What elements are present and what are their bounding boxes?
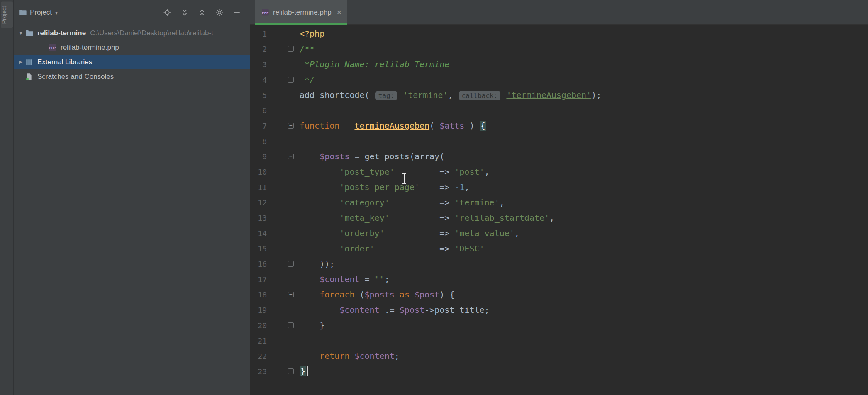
code-editor[interactable]: 1<?php2−/**3 *Plugin Name: relilab Termi… [250,25,868,395]
fold-end-icon[interactable] [288,261,294,267]
fold-start-icon[interactable]: − [288,154,294,159]
gutter[interactable]: 23 [250,364,296,379]
code-line-19[interactable]: 19 $content .= $post->post_title; [250,302,868,318]
tree-item-label: External Libraries [37,58,92,66]
gutter[interactable]: 2− [250,41,296,57]
code-line-2[interactable]: 2−/** [250,41,868,57]
gutter[interactable]: 18− [250,287,296,302]
line-number: 3 [262,57,267,72]
project-panel-icon [19,9,27,16]
fold-end-icon[interactable] [288,77,294,83]
code-line-14[interactable]: 14 'orderby' => 'meta_value', [250,226,868,241]
locate-icon[interactable] [163,9,171,16]
code-line-20[interactable]: 20 } [250,318,868,333]
close-tab-icon[interactable]: × [337,8,341,16]
panel-header-icons [163,9,241,16]
code-text: add_shortcode( tag: 'termine', callback:… [296,88,601,103]
project-panel-header: Project ▾ [14,0,250,25]
code-line-1[interactable]: 1<?php [250,26,868,41]
gutter[interactable]: 22 [250,349,296,364]
fold-start-icon[interactable]: − [288,123,294,129]
code-line-23[interactable]: 23} [250,364,868,379]
gutter[interactable]: 15 [250,241,296,256]
gutter[interactable]: 4 [250,72,296,88]
code-line-22[interactable]: 22 return $content; [250,349,868,364]
editor-tab-bar: PHPrelilab-termine.php× [250,0,868,25]
gutter[interactable]: 3 [250,57,296,72]
code-text: } [296,364,308,379]
code-line-11[interactable]: 11 'posts_per_page' => -1, [250,180,868,195]
gutter[interactable]: 7− [250,118,296,134]
line-number: 10 [258,164,267,180]
gutter[interactable]: 16 [250,256,296,272]
code-text: 'orderby' => 'meta_value', [296,226,519,241]
libraries-icon [25,58,34,66]
code-line-6[interactable]: 6 [250,103,868,118]
tree-item-scratches-and-consoles[interactable]: Scratches and Consoles [14,69,250,84]
code-line-15[interactable]: 15 'order' => 'DESC' [250,241,868,256]
gutter[interactable]: 19 [250,302,296,318]
code-line-9[interactable]: 9− $posts = get_posts(array( [250,149,868,164]
text-caret [307,366,308,376]
gutter[interactable]: 9− [250,149,296,164]
code-text: 'posts_per_page' => -1, [296,180,469,195]
code-line-5[interactable]: 5add_shortcode( tag: 'termine', callback… [250,88,868,103]
tree-item-relilab-termine[interactable]: ▼relilab-termineC:\Users\Daniel\Desktop\… [14,26,250,40]
line-number: 1 [262,26,267,41]
gutter[interactable]: 11 [250,180,296,195]
tab-relilab-termine-php[interactable]: PHPrelilab-termine.php× [255,0,347,24]
code-line-21[interactable]: 21 [250,333,868,349]
editor-area: PHPrelilab-termine.php× 1<?php2−/**3 *Pl… [250,0,868,395]
line-number: 5 [262,88,267,103]
gutter[interactable]: 20 [250,318,296,333]
code-line-17[interactable]: 17 $content = ""; [250,272,868,287]
gutter[interactable]: 10 [250,164,296,180]
tree-expand-arrow-icon[interactable]: ▼ [16,31,25,36]
gutter[interactable]: 14 [250,226,296,241]
project-panel-title[interactable]: Project [30,8,52,17]
fold-end-icon[interactable] [288,368,294,374]
code-line-4[interactable]: 4 */ [250,72,868,88]
gutter[interactable]: 5 [250,88,296,103]
fold-start-icon[interactable]: − [288,46,294,52]
code-text: <?php [296,26,324,41]
fold-end-icon[interactable] [288,322,294,328]
code-line-12[interactable]: 12 'category' => 'termine', [250,195,868,210]
tree-item-external-libraries[interactable]: ▶External Libraries [14,55,250,69]
gutter[interactable]: 12 [250,195,296,210]
svg-text:PHP: PHP [262,11,268,15]
chevron-down-icon[interactable]: ▾ [55,9,58,16]
code-line-10[interactable]: 10 'post_type' => 'post', [250,164,868,180]
gutter[interactable]: 8 [250,134,296,149]
code-text: 'category' => 'termine', [296,195,505,210]
line-number: 4 [262,72,267,88]
code-line-7[interactable]: 7−function termineAusgeben( $atts ) { [250,118,868,134]
code-line-8[interactable]: 8 [250,134,868,149]
tree-item-label: relilab-termine [37,29,86,37]
code-text: */ [296,72,315,88]
line-number: 12 [258,195,267,210]
line-number: 19 [258,302,267,318]
code-line-13[interactable]: 13 'meta_key' => 'relilab_startdate', [250,210,868,226]
line-number: 16 [258,256,267,272]
gutter[interactable]: 13 [250,210,296,226]
code-text: /** [296,41,315,57]
code-line-16[interactable]: 16 )); [250,256,868,272]
gutter[interactable]: 17 [250,272,296,287]
settings-gear-icon[interactable] [216,9,223,16]
gutter[interactable]: 21 [250,333,296,349]
project-tool-window-tab[interactable]: Project [1,2,13,28]
tree-item-label: relilab-termine.php [61,44,119,52]
line-number: 13 [258,210,267,226]
collapse-all-icon[interactable] [198,9,206,16]
code-text [296,103,300,118]
gutter[interactable]: 6 [250,103,296,118]
gutter[interactable]: 1 [250,26,296,41]
tree-expand-arrow-icon[interactable]: ▶ [16,59,25,65]
expand-all-icon[interactable] [181,9,188,16]
code-line-3[interactable]: 3 *Plugin Name: relilab Termine [250,57,868,72]
code-line-18[interactable]: 18− foreach ($posts as $post) { [250,287,868,302]
hide-panel-icon[interactable] [233,9,241,16]
fold-start-icon[interactable]: − [288,292,294,297]
tree-item-relilab-termine-php[interactable]: PHPrelilab-termine.php [14,40,250,55]
